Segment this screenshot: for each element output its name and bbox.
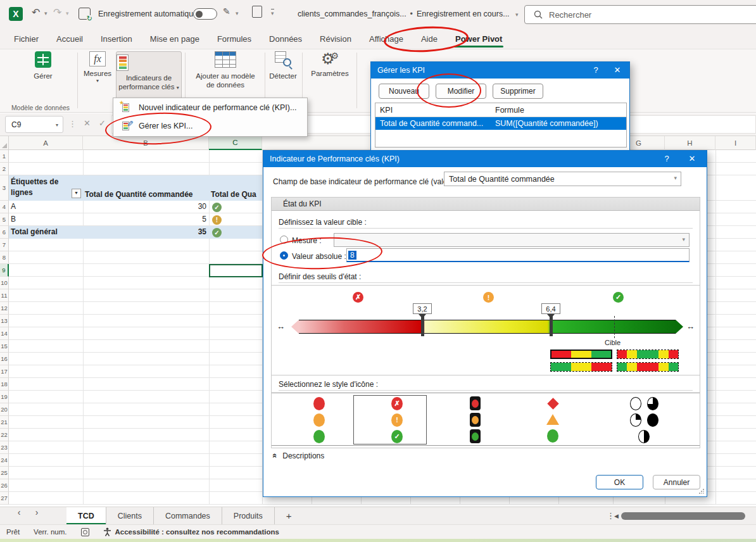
sheet-tab[interactable]: Commandes — [154, 507, 222, 524]
ribbon-tab[interactable]: Aide — [412, 28, 446, 49]
dialog-title-bar[interactable]: Gérer les KPI ? ✕ — [371, 62, 629, 79]
ribbon-tab[interactable]: Mise en page — [141, 28, 208, 49]
autosave-toggle[interactable] — [193, 8, 217, 20]
measures-button[interactable]: fx Mesures ▾ — [81, 51, 114, 84]
row-header[interactable]: 27 — [0, 492, 9, 505]
row-header[interactable]: 5 — [0, 213, 9, 226]
row-header[interactable]: 21 — [0, 416, 9, 429]
print-preview-icon[interactable] — [252, 6, 262, 18]
row-header[interactable]: 17 — [0, 365, 9, 378]
kpi-button[interactable]: Indicateurs de performance clés ▾ — [116, 51, 182, 101]
slider-left-arrow-icon[interactable]: ↔ — [277, 322, 285, 331]
row-header[interactable]: 8 — [0, 251, 9, 264]
pivot-value-header[interactable]: Total de Quantité commandée — [83, 175, 209, 201]
row-header[interactable]: 4 — [0, 201, 9, 213]
menu-item[interactable]: Gérer les KPI... — [113, 117, 307, 135]
row-header[interactable]: 12 — [0, 302, 9, 315]
sheet-tab[interactable]: Produits — [222, 507, 275, 524]
pivot-row[interactable]: B 5 — [9, 213, 262, 226]
formula-bar-dots[interactable]: ⋮ — [68, 119, 77, 129]
row-header[interactable]: 15 — [0, 340, 9, 353]
row-header[interactable]: 1 — [0, 150, 9, 163]
band-pattern-red-yellow-green[interactable] — [550, 350, 612, 359]
close-icon[interactable]: ✕ — [684, 154, 700, 163]
prev-sheet-icon[interactable]: ‹ — [10, 507, 28, 517]
band-pattern-red-yellow-green-yellow-red[interactable] — [617, 350, 679, 359]
threshold-gradient-bar[interactable] — [299, 320, 676, 334]
filter-dropdown-button[interactable]: ▼ — [72, 189, 81, 198]
icon-style-plain-circles[interactable] — [306, 393, 332, 446]
row-header[interactable]: 7 — [0, 239, 9, 251]
absolute-value-input[interactable]: 8 — [346, 248, 690, 262]
add-sheet-button[interactable]: + — [275, 507, 303, 524]
excel-logo-icon[interactable]: X — [9, 7, 23, 21]
ok-button[interactable]: OK — [596, 475, 643, 489]
row-header[interactable]: 22 — [0, 429, 9, 441]
cancel-button[interactable]: Annuler — [653, 475, 700, 489]
measure-radio[interactable] — [280, 236, 288, 244]
ribbon-tab[interactable]: Données — [260, 28, 311, 49]
row-header[interactable]: 14 — [0, 327, 9, 340]
row-header[interactable]: 13 — [0, 315, 9, 327]
low-threshold-value[interactable]: 3,2 — [413, 303, 432, 314]
help-button[interactable]: ? — [589, 65, 603, 75]
row-header[interactable]: 23 — [0, 441, 9, 454]
undo-chevron-icon[interactable]: ▾ — [44, 10, 47, 16]
slider-right-arrow-icon[interactable]: ↔ — [686, 322, 695, 331]
row-header[interactable]: 24 — [0, 454, 9, 467]
close-icon[interactable]: ✕ — [609, 65, 626, 75]
row-header[interactable]: 26 — [0, 479, 9, 492]
row-header[interactable]: 6 — [0, 226, 9, 239]
ribbon-tab[interactable]: Formules — [208, 28, 260, 49]
qat-customize-icon[interactable]: ▾ — [271, 9, 274, 16]
detect-button[interactable]: Détecter — [267, 51, 299, 80]
column-header[interactable]: I — [715, 136, 756, 150]
high-threshold-value[interactable]: 6,4 — [541, 303, 560, 314]
status-chevron-icon[interactable]: ▾ — [515, 11, 519, 18]
accessibility-status[interactable]: Accessibilité : consultez nos recommanda… — [103, 527, 279, 536]
horizontal-scrollbar[interactable]: ◀ — [614, 510, 756, 521]
row-header[interactable]: 16 — [0, 353, 9, 365]
pen-icon[interactable]: ✎ — [223, 6, 230, 16]
menu-item[interactable]: Nouvel indicateur de performance clé (KP… — [113, 98, 307, 117]
column-header[interactable]: H — [665, 136, 715, 150]
next-sheet-icon[interactable]: › — [28, 507, 46, 517]
row-header[interactable]: 10 — [0, 277, 9, 289]
resize-grip[interactable] — [698, 488, 705, 495]
icon-style-symbol-circles[interactable]: ✗ ! ✓ — [384, 393, 410, 446]
row-header[interactable]: 11 — [0, 289, 9, 302]
absolute-value-radio[interactable] — [280, 251, 288, 260]
confirm-entry-icon[interactable]: ✓ — [99, 118, 106, 128]
ribbon-tab[interactable]: Fichier — [5, 28, 47, 49]
icon-style-quarters[interactable] — [626, 393, 662, 446]
pivot-row[interactable]: Total général 35 — [9, 226, 262, 239]
band-pattern-green-yellow-red-yellow-green[interactable] — [617, 362, 679, 372]
pivot-status-header[interactable]: Total de Qua — [209, 175, 262, 201]
dialog-title-bar[interactable]: Indicateur de Performance clés (KPI) ? ✕ — [263, 151, 707, 167]
pivot-row[interactable]: A 30 — [9, 201, 262, 213]
add-to-data-model-button[interactable]: Ajouter au modèlede données — [189, 51, 262, 90]
select-all-corner[interactable] — [0, 136, 9, 150]
icon-style-shapes[interactable] — [540, 393, 565, 446]
help-button[interactable]: ? — [660, 154, 674, 163]
search-box[interactable]: Rechercher — [524, 5, 756, 24]
manage-data-model-button[interactable]: Gérer — [11, 51, 75, 80]
row-header[interactable]: 9 — [0, 264, 9, 277]
redo-icon[interactable]: ↷ — [53, 6, 61, 18]
scrollbar-thumb[interactable] — [621, 512, 745, 520]
pivot-row-labels-header[interactable]: Étiquettes de lignes ▼ — [9, 175, 83, 201]
row-header[interactable]: 20 — [0, 403, 9, 416]
band-pattern-green-yellow-red[interactable] — [550, 362, 612, 372]
row-header[interactable]: 25 — [0, 467, 9, 479]
ribbon-tab[interactable]: Power Pivot — [446, 28, 511, 49]
ribbon-tab[interactable]: Révision — [311, 28, 360, 49]
sheet-tab[interactable]: Clients — [106, 507, 154, 524]
ribbon-tab[interactable]: Insertion — [92, 28, 141, 49]
column-header[interactable]: B — [83, 136, 209, 150]
base-field-combobox[interactable]: Total de Quantité commandée ▾ — [444, 172, 681, 186]
icon-style-traffic-lights[interactable] — [462, 393, 488, 446]
low-threshold-handle[interactable] — [421, 314, 424, 336]
redo-chevron-icon[interactable]: ▾ — [66, 10, 69, 16]
high-threshold-handle[interactable] — [550, 314, 553, 336]
undo-icon[interactable]: ↶ — [32, 6, 40, 18]
